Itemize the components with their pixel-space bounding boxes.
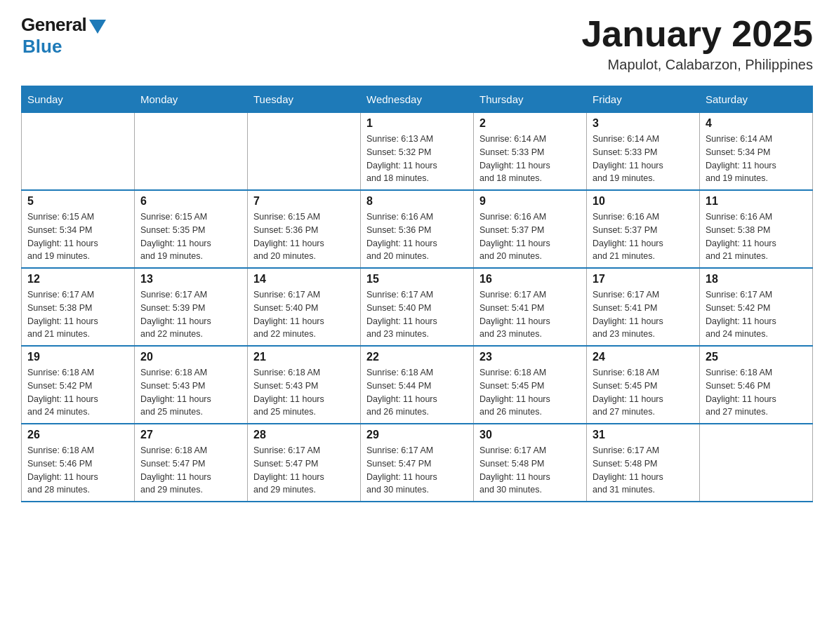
calendar-header-sunday: Sunday bbox=[22, 86, 135, 113]
day-number: 9 bbox=[479, 195, 581, 208]
day-number: 20 bbox=[140, 351, 241, 363]
day-number: 21 bbox=[253, 351, 355, 363]
main-title: January 2025 bbox=[581, 14, 813, 54]
calendar-cell: 7Sunrise: 6:15 AMSunset: 5:36 PMDaylight… bbox=[248, 190, 361, 268]
calendar-week-row: 5Sunrise: 6:15 AMSunset: 5:34 PMDaylight… bbox=[22, 190, 813, 268]
day-info: Sunrise: 6:18 AMSunset: 5:46 PMDaylight:… bbox=[27, 444, 128, 497]
day-info: Sunrise: 6:17 AMSunset: 5:47 PMDaylight:… bbox=[253, 444, 355, 497]
calendar-cell: 21Sunrise: 6:18 AMSunset: 5:43 PMDayligh… bbox=[248, 346, 361, 424]
day-number: 31 bbox=[593, 429, 694, 441]
day-info: Sunrise: 6:16 AMSunset: 5:36 PMDaylight:… bbox=[366, 210, 468, 263]
calendar-cell: 3Sunrise: 6:14 AMSunset: 5:33 PMDaylight… bbox=[587, 113, 700, 191]
day-number: 2 bbox=[479, 117, 581, 130]
day-info: Sunrise: 6:17 AMSunset: 5:41 PMDaylight:… bbox=[593, 288, 694, 341]
calendar-cell: 2Sunrise: 6:14 AMSunset: 5:33 PMDaylight… bbox=[474, 113, 587, 191]
calendar-cell: 16Sunrise: 6:17 AMSunset: 5:41 PMDayligh… bbox=[474, 268, 587, 346]
title-block: January 2025 Mapulot, Calabarzon, Philip… bbox=[581, 14, 813, 73]
calendar-cell: 31Sunrise: 6:17 AMSunset: 5:48 PMDayligh… bbox=[587, 424, 700, 502]
day-number: 30 bbox=[479, 429, 581, 441]
day-info: Sunrise: 6:16 AMSunset: 5:37 PMDaylight:… bbox=[593, 210, 694, 263]
day-number: 19 bbox=[27, 351, 128, 363]
day-number: 28 bbox=[253, 429, 355, 441]
day-number: 25 bbox=[706, 351, 807, 363]
day-number: 23 bbox=[479, 351, 581, 363]
day-number: 27 bbox=[140, 429, 241, 441]
day-info: Sunrise: 6:14 AMSunset: 5:33 PMDaylight:… bbox=[479, 133, 581, 185]
calendar-cell: 24Sunrise: 6:18 AMSunset: 5:45 PMDayligh… bbox=[587, 346, 700, 424]
day-info: Sunrise: 6:15 AMSunset: 5:36 PMDaylight:… bbox=[253, 210, 355, 263]
day-info: Sunrise: 6:17 AMSunset: 5:38 PMDaylight:… bbox=[27, 288, 128, 341]
day-number: 18 bbox=[706, 273, 807, 286]
logo: General Blue bbox=[21, 14, 106, 58]
calendar-cell: 11Sunrise: 6:16 AMSunset: 5:38 PMDayligh… bbox=[700, 190, 813, 268]
day-number: 8 bbox=[366, 195, 468, 208]
calendar-header-saturday: Saturday bbox=[700, 86, 813, 113]
calendar-week-row: 12Sunrise: 6:17 AMSunset: 5:38 PMDayligh… bbox=[22, 268, 813, 346]
calendar-header-wednesday: Wednesday bbox=[361, 86, 474, 113]
day-info: Sunrise: 6:14 AMSunset: 5:33 PMDaylight:… bbox=[593, 133, 694, 185]
day-number: 3 bbox=[593, 117, 694, 130]
day-number: 29 bbox=[366, 429, 468, 441]
calendar-week-row: 1Sunrise: 6:13 AMSunset: 5:32 PMDaylight… bbox=[22, 113, 813, 191]
day-info: Sunrise: 6:14 AMSunset: 5:34 PMDaylight:… bbox=[706, 133, 807, 185]
calendar-cell bbox=[135, 113, 248, 191]
logo-triangle-icon bbox=[89, 20, 106, 34]
calendar-cell bbox=[700, 424, 813, 502]
day-info: Sunrise: 6:18 AMSunset: 5:43 PMDaylight:… bbox=[140, 366, 241, 419]
day-info: Sunrise: 6:18 AMSunset: 5:45 PMDaylight:… bbox=[479, 366, 581, 419]
day-info: Sunrise: 6:17 AMSunset: 5:40 PMDaylight:… bbox=[253, 288, 355, 341]
day-number: 11 bbox=[706, 195, 807, 208]
day-info: Sunrise: 6:17 AMSunset: 5:48 PMDaylight:… bbox=[479, 444, 581, 497]
subtitle: Mapulot, Calabarzon, Philippines bbox=[581, 57, 813, 73]
calendar-cell: 27Sunrise: 6:18 AMSunset: 5:47 PMDayligh… bbox=[135, 424, 248, 502]
calendar-cell: 12Sunrise: 6:17 AMSunset: 5:38 PMDayligh… bbox=[22, 268, 135, 346]
calendar-cell bbox=[248, 113, 361, 191]
day-info: Sunrise: 6:15 AMSunset: 5:35 PMDaylight:… bbox=[140, 210, 241, 263]
calendar-cell: 23Sunrise: 6:18 AMSunset: 5:45 PMDayligh… bbox=[474, 346, 587, 424]
calendar-cell: 17Sunrise: 6:17 AMSunset: 5:41 PMDayligh… bbox=[587, 268, 700, 346]
day-number: 22 bbox=[366, 351, 468, 363]
day-number: 26 bbox=[27, 429, 128, 441]
calendar-header-tuesday: Tuesday bbox=[248, 86, 361, 113]
calendar-cell: 18Sunrise: 6:17 AMSunset: 5:42 PMDayligh… bbox=[700, 268, 813, 346]
calendar-cell: 5Sunrise: 6:15 AMSunset: 5:34 PMDaylight… bbox=[22, 190, 135, 268]
calendar-week-row: 19Sunrise: 6:18 AMSunset: 5:42 PMDayligh… bbox=[22, 346, 813, 424]
calendar-cell: 25Sunrise: 6:18 AMSunset: 5:46 PMDayligh… bbox=[700, 346, 813, 424]
day-info: Sunrise: 6:18 AMSunset: 5:44 PMDaylight:… bbox=[366, 366, 468, 419]
day-info: Sunrise: 6:18 AMSunset: 5:42 PMDaylight:… bbox=[27, 366, 128, 419]
day-number: 15 bbox=[366, 273, 468, 286]
day-info: Sunrise: 6:17 AMSunset: 5:40 PMDaylight:… bbox=[366, 288, 468, 341]
calendar-cell: 14Sunrise: 6:17 AMSunset: 5:40 PMDayligh… bbox=[248, 268, 361, 346]
calendar-header-monday: Monday bbox=[135, 86, 248, 113]
calendar-cell: 8Sunrise: 6:16 AMSunset: 5:36 PMDaylight… bbox=[361, 190, 474, 268]
calendar-cell: 13Sunrise: 6:17 AMSunset: 5:39 PMDayligh… bbox=[135, 268, 248, 346]
calendar-table: SundayMondayTuesdayWednesdayThursdayFrid… bbox=[21, 86, 813, 502]
calendar-cell: 9Sunrise: 6:16 AMSunset: 5:37 PMDaylight… bbox=[474, 190, 587, 268]
calendar-cell: 10Sunrise: 6:16 AMSunset: 5:37 PMDayligh… bbox=[587, 190, 700, 268]
calendar-cell bbox=[22, 113, 135, 191]
day-number: 6 bbox=[140, 195, 241, 208]
calendar-header-row: SundayMondayTuesdayWednesdayThursdayFrid… bbox=[22, 86, 813, 113]
day-info: Sunrise: 6:15 AMSunset: 5:34 PMDaylight:… bbox=[27, 210, 128, 263]
day-number: 12 bbox=[27, 273, 128, 286]
day-info: Sunrise: 6:16 AMSunset: 5:38 PMDaylight:… bbox=[706, 210, 807, 263]
day-info: Sunrise: 6:17 AMSunset: 5:48 PMDaylight:… bbox=[593, 444, 694, 497]
calendar-cell: 1Sunrise: 6:13 AMSunset: 5:32 PMDaylight… bbox=[361, 113, 474, 191]
calendar-header-thursday: Thursday bbox=[474, 86, 587, 113]
day-info: Sunrise: 6:17 AMSunset: 5:47 PMDaylight:… bbox=[366, 444, 468, 497]
day-number: 5 bbox=[27, 195, 128, 208]
day-number: 16 bbox=[479, 273, 581, 286]
day-info: Sunrise: 6:18 AMSunset: 5:43 PMDaylight:… bbox=[253, 366, 355, 419]
day-number: 10 bbox=[593, 195, 694, 208]
calendar-cell: 26Sunrise: 6:18 AMSunset: 5:46 PMDayligh… bbox=[22, 424, 135, 502]
calendar-cell: 6Sunrise: 6:15 AMSunset: 5:35 PMDaylight… bbox=[135, 190, 248, 268]
calendar-week-row: 26Sunrise: 6:18 AMSunset: 5:46 PMDayligh… bbox=[22, 424, 813, 502]
calendar-cell: 15Sunrise: 6:17 AMSunset: 5:40 PMDayligh… bbox=[361, 268, 474, 346]
calendar-cell: 19Sunrise: 6:18 AMSunset: 5:42 PMDayligh… bbox=[22, 346, 135, 424]
day-info: Sunrise: 6:17 AMSunset: 5:41 PMDaylight:… bbox=[479, 288, 581, 341]
logo-blue-text: Blue bbox=[22, 36, 62, 58]
logo-general-text: General bbox=[21, 14, 86, 36]
day-info: Sunrise: 6:17 AMSunset: 5:39 PMDaylight:… bbox=[140, 288, 241, 341]
day-number: 14 bbox=[253, 273, 355, 286]
day-number: 7 bbox=[253, 195, 355, 208]
